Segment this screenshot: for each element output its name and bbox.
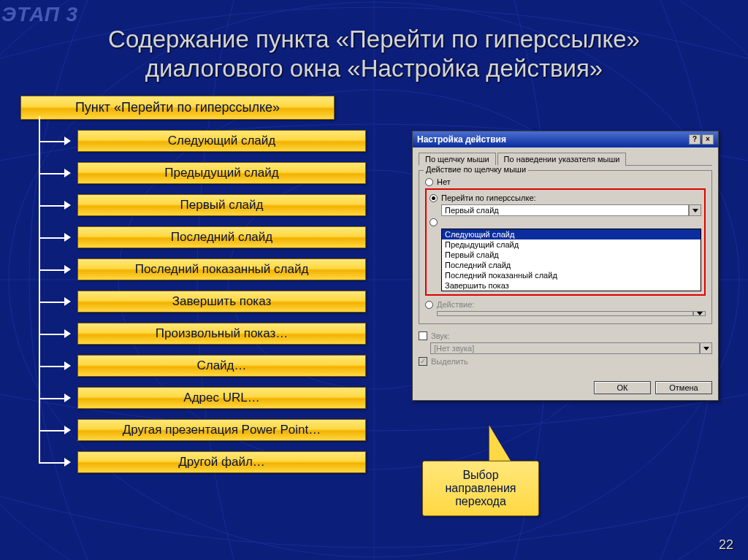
combo-value: Первый слайд (441, 204, 689, 216)
callout-tail (489, 426, 511, 462)
sound-combo: [Нет звука] (430, 342, 712, 354)
action-combo-button (693, 311, 706, 316)
tree-item: Слайд… (77, 355, 366, 377)
action-settings-dialog: Настройка действия ? × По щелчку мыши По… (412, 131, 719, 401)
tree-branch: Адрес URL… (20, 387, 393, 409)
title-line-1: Содержание пункта «Перейти по гиперссылк… (108, 26, 640, 53)
tree-item: Другой файл… (77, 451, 366, 473)
tree-branch: Слайд… (20, 355, 393, 377)
highlight-box: Перейти по гиперссылке: Первый слайд Сле… (425, 188, 706, 296)
tab-on-click[interactable]: По щелчку мыши (419, 153, 496, 166)
hierarchy-tree: Пункт «Перейти по гиперссылке» Следующий… (20, 96, 393, 473)
tree-item: Первый слайд (77, 194, 366, 216)
action-group: Действие по щелчку мыши Нет Перейти по г… (419, 170, 712, 324)
slide-title: Содержание пункта «Перейти по гиперссылк… (0, 0, 748, 90)
dialog-titlebar: Настройка действия ? × (413, 131, 718, 147)
sound-combo-value: [Нет звука] (430, 342, 700, 354)
dropdown-item[interactable]: Завершить показ (442, 280, 701, 291)
dropdown-item[interactable]: Последний слайд (442, 260, 701, 270)
radio-none[interactable] (425, 178, 433, 186)
checkbox-sound-label: Звук: (431, 331, 450, 340)
tree-item: Последний слайд (77, 226, 366, 248)
tree-branch: Последний слайд (20, 226, 393, 248)
tree-branch: Другой файл… (20, 451, 393, 473)
close-button[interactable]: × (702, 134, 714, 145)
tree-branch: Последний показанный слайд (20, 258, 393, 280)
sound-combo-button (700, 342, 712, 354)
checkbox-highlight-label: Выделить (431, 357, 468, 366)
tree-branch: Произвольный показ… (20, 323, 393, 345)
tab-on-hover[interactable]: По наведении указателя мыши (497, 153, 627, 166)
tree-item: Предыдущий слайд (77, 162, 366, 184)
tree-branch: Предыдущий слайд (20, 162, 393, 184)
tree-item: Другая презентация Power Point… (77, 419, 366, 441)
callout-box: Выбор направления перехода (422, 461, 539, 516)
dialog-tabs: По щелчку мыши По наведении указателя мы… (419, 152, 712, 166)
hyperlink-dropdown-list[interactable]: Следующий слайд Предыдущий слайд Первый … (441, 229, 701, 291)
title-line-2: диалогового окна «Настройка действия» (145, 55, 603, 82)
dropdown-item[interactable]: Предыдущий слайд (442, 239, 701, 250)
tree-branch: Завершить показ (20, 291, 393, 312)
tree-item: Последний показанный слайд (77, 258, 366, 280)
checkbox-sound[interactable] (419, 331, 427, 340)
radio-hyperlink[interactable] (430, 194, 438, 202)
dropdown-item[interactable]: Первый слайд (442, 250, 701, 260)
tree-item: Произвольный показ… (77, 323, 366, 345)
combo-dropdown-button[interactable] (689, 204, 701, 216)
radio-action (425, 301, 433, 309)
hyperlink-combo[interactable]: Первый слайд (441, 204, 701, 216)
dialog-title-text: Настройка действия (417, 134, 506, 145)
action-combo-value (437, 311, 693, 316)
tree-branch: Следующий слайд (20, 130, 393, 152)
radio-hyperlink-label: Перейти по гиперссылке: (441, 193, 536, 202)
page-number: 22 (719, 537, 733, 553)
action-combo (437, 311, 706, 316)
tree-item: Следующий слайд (77, 130, 366, 152)
tree-branch: Первый слайд (20, 194, 393, 216)
tree-item: Завершить показ (77, 291, 366, 312)
tree-root: Пункт «Перейти по гиперссылке» (20, 96, 335, 120)
radio-none-label: Нет (437, 177, 451, 186)
dropdown-item[interactable]: Последний показанный слайд (442, 270, 701, 280)
ok-button[interactable]: ОК (594, 381, 651, 394)
radio-action-label: Действие: (437, 300, 474, 309)
group-label: Действие по щелчку мыши (424, 165, 528, 174)
checkbox-highlight (419, 357, 427, 366)
help-button[interactable]: ? (689, 134, 701, 145)
dropdown-item[interactable]: Следующий слайд (442, 229, 701, 239)
radio-hidden-1[interactable] (430, 218, 438, 226)
tree-branch: Другая презентация Power Point… (20, 419, 393, 441)
cancel-button[interactable]: Отмена (655, 381, 712, 394)
tree-item: Адрес URL… (77, 387, 366, 409)
